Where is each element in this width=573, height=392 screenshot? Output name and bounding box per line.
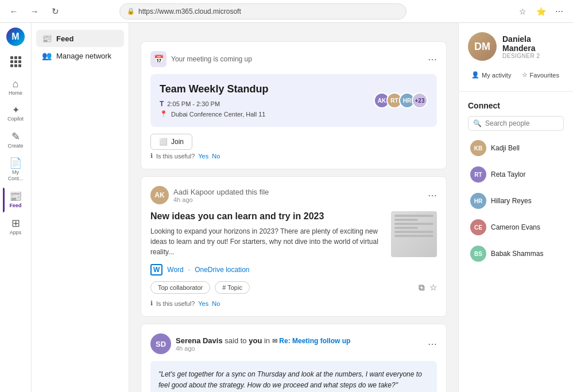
nav-item-create[interactable]: ✎ Create xyxy=(3,128,28,153)
meeting-time-row: T 2:05 PM - 2:30 PM xyxy=(160,100,268,108)
person-reta-taylor[interactable]: RT Reta Taylor xyxy=(468,164,564,185)
author-time: 4h ago xyxy=(173,196,423,203)
article-actions: Top collaborator # Topic ⧉ ☆ xyxy=(150,281,437,294)
thumb-line-2 xyxy=(394,219,418,221)
browser-menu-button[interactable]: ⋯ xyxy=(551,3,567,20)
collections-icon[interactable]: ⭐ xyxy=(533,3,549,20)
person-cameron-evans[interactable]: CE Cameron Evans xyxy=(468,217,564,238)
url-text: https://www.m365.cloud.microsoft xyxy=(138,7,241,15)
nav-item-feed[interactable]: 📰 Feed xyxy=(3,188,28,212)
favourites-tab[interactable]: ☆ Favourites xyxy=(517,68,564,82)
sidebar-item-feed[interactable]: 📰 Feed xyxy=(36,30,124,47)
tag-topic[interactable]: # Topic xyxy=(215,281,250,294)
profile-role: DESIGNER 2 xyxy=(502,53,564,59)
favorites-icon[interactable]: ☆ xyxy=(514,3,531,20)
connect-title: Connect xyxy=(468,101,564,110)
forward-button[interactable]: → xyxy=(26,3,42,20)
author-name: Aadi Kapoor updated this file xyxy=(173,188,423,196)
person-avatar-1: KB xyxy=(470,140,486,156)
profile-tabs: 👤 My activity ☆ Favourites xyxy=(468,68,564,82)
nav-rail: M ⌂ Home ✦ Copilot ✎ Create 📄 My Cont... xyxy=(0,23,32,392)
article-card: AK Aadi Kapoor updated this file 4h ago … xyxy=(141,176,447,317)
profile-name: Daniela Mandera xyxy=(502,34,564,53)
person-avatar-3: HR xyxy=(470,193,486,209)
message-card: SD Serena Davis said to you in ✉ Re: Mee… xyxy=(141,324,447,392)
profile-info: Daniela Mandera DESIGNER 2 xyxy=(502,34,564,59)
message-quote: "Let's get together for a sync on Thursd… xyxy=(150,361,437,392)
person-kadji-bell[interactable]: KB Kadji Bell xyxy=(468,138,564,158)
article-feedback-yes[interactable]: Yes xyxy=(198,300,208,307)
sidebar-item-manage-network[interactable]: 👥 Manage network xyxy=(36,47,124,64)
article-feedback: ℹ Is this useful? Yes No xyxy=(150,300,437,307)
copilot-icon: ✦ xyxy=(12,106,20,115)
search-people[interactable]: 🔍 xyxy=(468,116,564,131)
app-logo[interactable]: M xyxy=(6,28,25,46)
article-action-icons: ⧉ ☆ xyxy=(419,282,437,293)
active-indicator xyxy=(3,188,5,212)
person-avatar-2: RT xyxy=(470,166,486,183)
meeting-card: 📅 Your meeting is coming up ⋯ Team Weekl… xyxy=(141,41,447,169)
calendar-icon: 📅 xyxy=(150,51,167,67)
star-icon[interactable]: ☆ xyxy=(429,282,437,293)
share-icon[interactable]: ⧉ xyxy=(419,282,425,293)
nav-item-apps[interactable]: ⊞ Apps xyxy=(3,215,28,239)
person-babak-shammas[interactable]: BS Babak Shammas xyxy=(468,243,564,264)
nav-item-my-content[interactable]: 📄 My Cont... xyxy=(3,154,28,185)
article-text: New ideas you can learn and try in 2023 … xyxy=(150,211,384,257)
word-icon: W xyxy=(150,264,162,275)
article-meta: W Word · OneDrive location xyxy=(150,264,437,275)
article-excerpt: Looking to expand your horizons in 2023?… xyxy=(150,226,384,257)
message-author-info: Serena Davis said to you in ✉ Re: Meetin… xyxy=(176,336,423,352)
message-subject[interactable]: Re: Meeting follow up xyxy=(279,337,350,345)
article-feedback-no[interactable]: No xyxy=(212,300,220,307)
profile-section: DM Daniela Mandera DESIGNER 2 👤 My activ… xyxy=(459,23,573,92)
people-list: KB Kadji Bell RT Reta Taylor HR Hillary … xyxy=(468,138,564,264)
feed-area: 📅 Your meeting is coming up ⋯ Team Weekl… xyxy=(129,23,458,392)
message-author-avatar: SD xyxy=(150,333,171,354)
tag-top-collaborator[interactable]: Top collaborator xyxy=(150,281,210,294)
meeting-header: 📅 Your meeting is coming up ⋯ xyxy=(150,51,437,67)
app-container: M ⌂ Home ✦ Copilot ✎ Create 📄 My Cont... xyxy=(0,23,573,392)
feedback-yes[interactable]: Yes xyxy=(198,153,208,160)
meeting-meta: T 2:05 PM - 2:30 PM 📍 Dubai Conference C… xyxy=(160,100,268,118)
waffle-button[interactable] xyxy=(7,53,25,71)
thumb-line-6 xyxy=(394,235,433,237)
sidebar: 📰 Feed 👥 Manage network xyxy=(32,23,129,392)
star-tab-icon: ☆ xyxy=(522,71,528,79)
person-hillary-reyes[interactable]: HR Hillary Reyes xyxy=(468,191,564,211)
nav-item-home[interactable]: ⌂ Home xyxy=(3,75,28,100)
message-menu-button[interactable]: ⋯ xyxy=(428,339,437,350)
thumb-line-1 xyxy=(394,215,433,217)
feedback-no[interactable]: No xyxy=(212,153,220,160)
back-button[interactable]: ← xyxy=(6,3,22,20)
home-icon: ⌂ xyxy=(13,79,19,89)
thumb-inner xyxy=(391,211,437,257)
search-people-icon: 🔍 xyxy=(473,119,482,127)
activity-icon: 👤 xyxy=(471,71,479,79)
article-author-row: AK Aadi Kapoor updated this file 4h ago … xyxy=(150,186,437,204)
article-tags: Top collaborator # Topic xyxy=(150,281,250,294)
person-avatar-5: BS xyxy=(470,246,486,262)
profile-avatar: DM xyxy=(468,32,497,61)
right-panel: DM Daniela Mandera DESIGNER 2 👤 My activ… xyxy=(458,23,573,392)
join-button[interactable]: ⬜ Join xyxy=(150,134,192,150)
person-avatar-4: CE xyxy=(470,219,486,235)
author-avatar: AK xyxy=(150,186,169,204)
meeting-menu-button[interactable]: ⋯ xyxy=(428,54,437,65)
address-bar[interactable]: 🔒 https://www.m365.cloud.microsoft xyxy=(119,3,406,20)
join-icon: ⬜ xyxy=(159,138,168,146)
article-content: New ideas you can learn and try in 2023 … xyxy=(150,211,437,257)
meeting-title: Team Weekly Standup xyxy=(160,83,268,95)
thumb-line-3 xyxy=(394,223,433,225)
search-people-input[interactable] xyxy=(485,119,571,127)
connect-section: Connect 🔍 KB Kadji Bell RT Reta Taylor xyxy=(459,92,573,273)
article-menu-button[interactable]: ⋯ xyxy=(428,190,437,201)
refresh-button[interactable]: ↻ xyxy=(47,3,63,20)
attendees-avatars: AK RT HR +23 xyxy=(374,92,428,108)
activity-tab[interactable]: 👤 My activity xyxy=(468,68,515,82)
my-content-icon: 📄 xyxy=(9,158,22,168)
nav-item-copilot[interactable]: ✦ Copilot xyxy=(3,102,28,126)
thumb-line-5 xyxy=(394,231,433,233)
meeting-info: Team Weekly Standup T 2:05 PM - 2:30 PM … xyxy=(160,83,268,118)
browser-chrome: ← → ↻ 🔒 https://www.m365.cloud.microsoft… xyxy=(0,0,573,23)
